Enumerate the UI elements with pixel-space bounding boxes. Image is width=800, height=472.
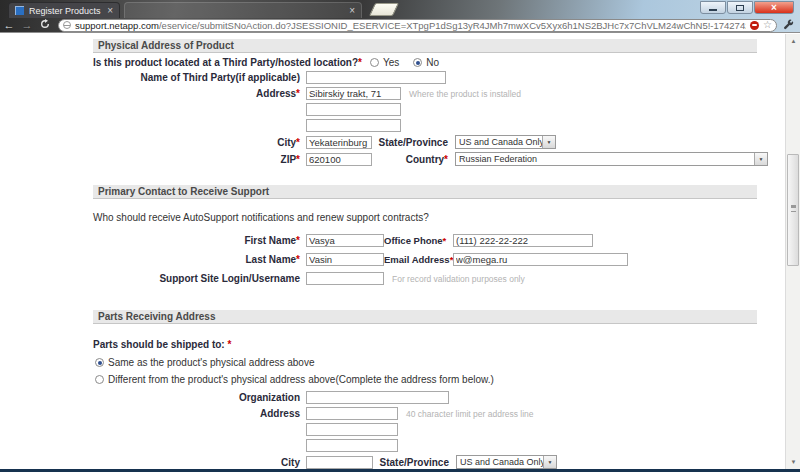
tab-register-products[interactable]: Register Products × [8,2,120,18]
third-party-name-input[interactable] [306,71,446,84]
minimize-icon [709,9,717,11]
city-input[interactable] [306,136,372,149]
primary-contact-intro: Who should receive AutoSupport notificat… [93,212,757,223]
parts-city-state-row: City State/Province US and Canada Only ▼ [93,455,757,469]
scroll-up-icon[interactable]: ▲ [786,34,800,48]
first-name-input[interactable] [306,234,384,247]
parts-state-select[interactable]: US and Canada Only ▼ [456,455,557,469]
new-tab-button[interactable] [369,3,399,16]
maximize-button[interactable] [727,1,753,14]
address-line2-input[interactable] [306,103,401,116]
scrollbar-thumb[interactable] [787,154,799,266]
organization-label: Organization [93,392,300,403]
close-icon: × [771,3,777,13]
window-controls: × [699,1,794,14]
tab-close-icon[interactable]: × [349,6,355,16]
section-header-primary-contact: Primary Contact to Receive Support [93,185,757,199]
forward-icon[interactable]: → [18,19,36,31]
shipped-same-label: Same as the product's physical address a… [108,357,314,368]
parts-address-label: Address [93,408,300,419]
tab-close-icon[interactable]: × [107,6,113,16]
parts-city-label: City [93,457,300,468]
third-party-no-radio[interactable] [413,58,422,67]
page-icon [63,21,71,29]
third-party-question-label: Is this product located at a Third Party… [93,57,358,68]
address-row-3 [93,119,757,132]
browser-toolbar: ← → support.netapp.com/eservice/submitSN… [0,17,800,33]
office-phone-label: Office Phone [384,235,443,246]
tab-title: Register Products [29,6,103,16]
zip-country-row: ZIP* Country* Russian Federation ▼ [93,152,757,166]
chevron-down-icon: ▼ [754,153,767,165]
first-name-row: First Name* Office Phone* [93,234,757,247]
support-login-input[interactable] [306,272,384,285]
office-phone-input[interactable] [453,234,593,247]
parts-address-line2-input[interactable] [306,423,398,436]
parts-city-input[interactable] [306,456,373,469]
parts-address-row-3 [93,439,757,452]
parts-state-label: State/Province [373,457,449,468]
back-icon[interactable]: ← [0,19,18,31]
maximize-icon [736,5,744,11]
organization-input[interactable] [306,391,449,404]
last-name-label: Last Name [246,254,297,265]
email-input[interactable] [453,253,628,266]
address-hint: Where the product is installed [409,89,521,99]
netapp-favicon [15,6,24,15]
shipped-same-radio[interactable] [95,358,104,367]
first-name-label: First Name [244,235,296,246]
scroll-down-icon[interactable]: ▼ [786,455,800,469]
support-login-label: Support Site Login/Username [93,273,300,284]
adblock-icon[interactable] [750,21,759,30]
zip-label: ZIP [281,154,297,165]
zip-input[interactable] [306,153,372,166]
parts-address-row-2 [93,423,757,436]
country-select[interactable]: Russian Federation ▼ [455,152,768,166]
state-select[interactable]: US and Canada Only ▼ [455,135,556,149]
address-line1-input[interactable] [306,87,401,100]
shipped-to-label: Parts should be shipped to: [93,339,225,350]
bookmark-star-icon[interactable]: ☆ [763,20,772,30]
shipped-different-label: Different from the product's physical ad… [108,374,494,385]
address-row-2 [93,103,757,116]
address-bar[interactable]: support.netapp.com/eservice/submitSNoAct… [58,19,777,32]
country-label: Country [406,154,444,165]
url-text[interactable]: support.netapp.com/eservice/submitSNoAct… [75,20,746,31]
shipped-different-option: Different from the product's physical ad… [95,374,757,385]
registration-form: Physical Address of Product Is this prod… [93,39,757,469]
parts-address-hint: 40 character limit per address line [406,409,534,419]
shipped-different-radio[interactable] [95,375,104,384]
email-label: Email Address [384,254,450,265]
parts-address-line3-input[interactable] [306,439,398,452]
wrench-menu-icon[interactable] [783,16,794,34]
state-label: State/Province [372,137,448,148]
third-party-name-label: Name of Third Party(if applicable) [93,72,300,83]
address-row-1: Address* Where the product is installed [93,87,757,100]
section-header-physical-address: Physical Address of Product [93,39,757,53]
parts-address-line1-input[interactable] [306,407,398,420]
required-asterisk: * [358,57,362,68]
support-login-hint: For record validation purposes only [392,274,525,284]
support-login-row: Support Site Login/Username For record v… [93,272,757,285]
chevron-down-icon: ▼ [543,456,556,468]
parts-address-row-1: Address 40 character limit per address l… [93,407,757,420]
city-state-row: City* State/Province US and Canada Only … [93,135,757,149]
tab-background[interactable]: × [124,2,362,18]
vertical-scrollbar[interactable]: ▲ ▼ [785,34,800,469]
third-party-name-row: Name of Third Party(if applicable) [93,71,757,84]
browser-chrome: Register Products × × × ← → support.neta… [0,0,800,33]
third-party-question-row: Is this product located at a Third Party… [93,57,757,68]
last-name-input[interactable] [306,253,384,266]
third-party-yes-radio[interactable] [370,58,379,67]
third-party-yes-label: Yes [383,57,399,68]
shipped-same-option: Same as the product's physical address a… [95,357,757,368]
reload-icon[interactable] [36,19,54,31]
address-line3-input[interactable] [306,119,401,132]
third-party-no-label: No [426,57,439,68]
chevron-down-icon: ▼ [542,136,555,148]
close-button[interactable]: × [754,1,794,14]
section-header-parts-receiving: Parts Receiving Address [93,310,757,324]
page-content: Physical Address of Product Is this prod… [0,34,800,469]
tab-strip: Register Products × × × [0,0,800,18]
minimize-button[interactable] [700,1,726,14]
